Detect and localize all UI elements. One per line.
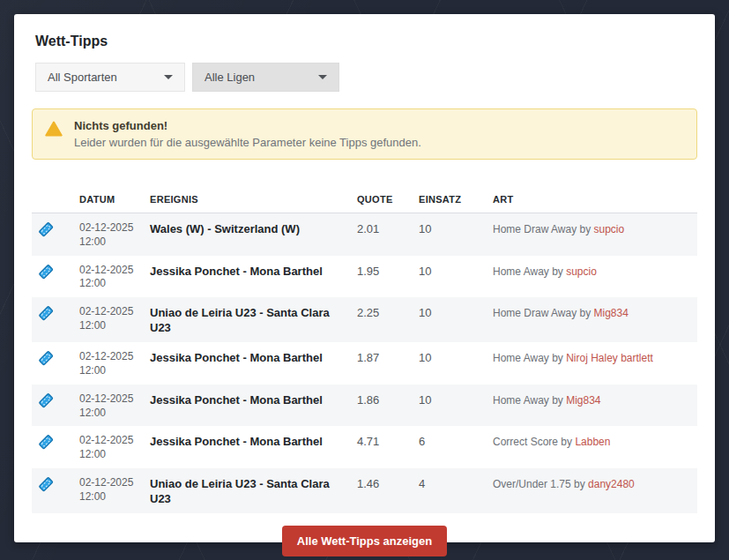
tipster-link[interactable]: Mig834 bbox=[566, 394, 600, 407]
table-row: 02-12-202512:00 Jessika Ponchet - Mona B… bbox=[32, 426, 697, 468]
tip-quote: 2.25 bbox=[350, 297, 412, 342]
ticket-icon[interactable] bbox=[37, 349, 55, 367]
tips-table: DATUM EREIGNIS QUOTE EINSATZ ART 02-12-2… bbox=[32, 186, 697, 513]
table-row: 02-12-202512:00 Jessika Ponchet - Mona B… bbox=[32, 385, 697, 427]
tip-stake: 10 bbox=[412, 385, 486, 427]
tip-stake: 10 bbox=[412, 256, 486, 298]
league-filter-value: Alle Ligen bbox=[205, 71, 255, 84]
tip-art: Home Draw Away by Mig834 bbox=[486, 297, 697, 342]
page-background: { "page": { "title": "Wett-Tipps" }, "fi… bbox=[0, 0, 729, 560]
tip-stake: 4 bbox=[412, 468, 486, 513]
tipster-link[interactable]: supcio bbox=[594, 223, 625, 235]
tip-event: Jessika Ponchet - Mona Barthel bbox=[143, 342, 350, 385]
tip-date: 02-12-202512:00 bbox=[72, 297, 143, 342]
column-header-art: ART bbox=[486, 186, 697, 213]
tip-art: Correct Score by Labben bbox=[486, 426, 697, 468]
tip-quote: 1.86 bbox=[350, 385, 412, 427]
tip-event: Wales (W) - Switzerland (W) bbox=[143, 213, 350, 256]
table-row: 02-12-202512:00 Jessika Ponchet - Mona B… bbox=[32, 256, 697, 298]
tip-quote: 1.87 bbox=[350, 342, 412, 385]
wett-tipps-card: Wett-Tipps All Sportarten Alle Ligen Nic… bbox=[14, 14, 715, 542]
tip-stake: 6 bbox=[412, 426, 486, 468]
column-header-datum: DATUM bbox=[72, 186, 143, 213]
ticket-icon[interactable] bbox=[37, 433, 55, 451]
column-header-ereignis: EREIGNIS bbox=[143, 186, 350, 213]
ticket-icon[interactable] bbox=[37, 475, 55, 493]
tip-date: 02-12-202512:00 bbox=[72, 385, 143, 427]
tip-date: 02-12-202512:00 bbox=[72, 256, 143, 298]
tipster-link[interactable]: supcio bbox=[566, 265, 597, 278]
tip-art: Home Draw Away by supcio bbox=[486, 213, 697, 256]
tip-stake: 10 bbox=[412, 342, 486, 385]
tip-art: Over/Under 1.75 by dany2480 bbox=[486, 468, 697, 513]
filter-bar: All Sportarten Alle Ligen bbox=[35, 63, 694, 92]
alert-title: Nichts gefunden! bbox=[74, 119, 421, 132]
league-filter-select[interactable]: Alle Ligen bbox=[192, 63, 339, 92]
ticket-icon[interactable] bbox=[37, 304, 55, 322]
tipster-link[interactable]: dany2480 bbox=[588, 478, 635, 490]
show-all-tips-button[interactable]: Alle Wett-Tipps anzeigen bbox=[282, 526, 447, 556]
tip-art: Home Away by Mig834 bbox=[486, 385, 697, 427]
tip-event: Jessika Ponchet - Mona Barthel bbox=[143, 385, 350, 427]
tipster-link[interactable]: Niroj Haley bartlett bbox=[566, 352, 653, 364]
warning-triangle-icon bbox=[45, 121, 63, 137]
ticket-icon[interactable] bbox=[37, 263, 55, 280]
bet-type-label: Correct Score by bbox=[493, 436, 572, 448]
bet-type-label: Home Away by bbox=[493, 265, 563, 278]
tip-art: Home Away by supcio bbox=[486, 256, 697, 298]
tip-event: Uniao de Leiria U23 - Santa Clara U23 bbox=[143, 468, 350, 513]
column-header-icon bbox=[32, 186, 72, 213]
caret-down-icon bbox=[164, 75, 173, 79]
tip-quote: 4.71 bbox=[350, 426, 412, 468]
table-footer: Alle Wett-Tipps anzeigen bbox=[32, 526, 697, 556]
ticket-icon[interactable] bbox=[37, 220, 55, 238]
tipster-link[interactable]: Mig834 bbox=[594, 307, 629, 319]
bet-type-label: Home Draw Away by bbox=[493, 223, 591, 235]
tip-date: 02-12-202512:00 bbox=[72, 342, 143, 385]
bet-type-label: Home Away by bbox=[493, 394, 563, 407]
tip-stake: 10 bbox=[412, 297, 486, 342]
table-row: 02-12-202512:00 Jessika Ponchet - Mona B… bbox=[32, 342, 697, 385]
alert-message: Leider wurden für die ausgewählte Parame… bbox=[74, 136, 421, 149]
tip-date: 02-12-202512:00 bbox=[72, 213, 143, 256]
table-header-row: DATUM EREIGNIS QUOTE EINSATZ ART bbox=[32, 186, 697, 213]
tip-quote: 2.01 bbox=[350, 213, 412, 256]
caret-down-icon bbox=[318, 75, 327, 79]
warning-alert: Nichts gefunden! Leider wurden für die a… bbox=[32, 108, 697, 160]
bet-type-label: Home Away by bbox=[493, 352, 563, 364]
bet-type-label: Over/Under 1.75 by bbox=[493, 478, 585, 490]
table-row: 02-12-202512:00 Uniao de Leiria U23 - Sa… bbox=[32, 297, 697, 342]
table-row: 02-12-202512:00 Uniao de Leiria U23 - Sa… bbox=[32, 468, 697, 513]
tip-date: 02-12-202512:00 bbox=[72, 426, 143, 468]
column-header-quote: QUOTE bbox=[350, 186, 412, 213]
tip-event: Jessika Ponchet - Mona Barthel bbox=[143, 256, 350, 298]
tipster-link[interactable]: Labben bbox=[575, 436, 610, 448]
page-title: Wett-Tipps bbox=[35, 34, 694, 49]
column-header-einsatz: EINSATZ bbox=[412, 186, 486, 213]
tip-event: Jessika Ponchet - Mona Barthel bbox=[143, 426, 350, 468]
sport-filter-select[interactable]: All Sportarten bbox=[35, 63, 185, 92]
tip-quote: 1.95 bbox=[350, 256, 412, 298]
bet-type-label: Home Draw Away by bbox=[493, 307, 591, 319]
tip-event: Uniao de Leiria U23 - Santa Clara U23 bbox=[143, 297, 350, 342]
alert-text: Nichts gefunden! Leider wurden für die a… bbox=[74, 119, 421, 149]
tip-date: 02-12-202512:00 bbox=[72, 468, 143, 513]
sport-filter-value: All Sportarten bbox=[48, 71, 117, 84]
tip-quote: 1.46 bbox=[350, 468, 412, 513]
tip-stake: 10 bbox=[412, 213, 486, 256]
ticket-icon[interactable] bbox=[37, 392, 55, 409]
tip-art: Home Away by Niroj Haley bartlett bbox=[486, 342, 697, 385]
table-row: 02-12-202512:00 Wales (W) - Switzerland … bbox=[32, 213, 697, 256]
